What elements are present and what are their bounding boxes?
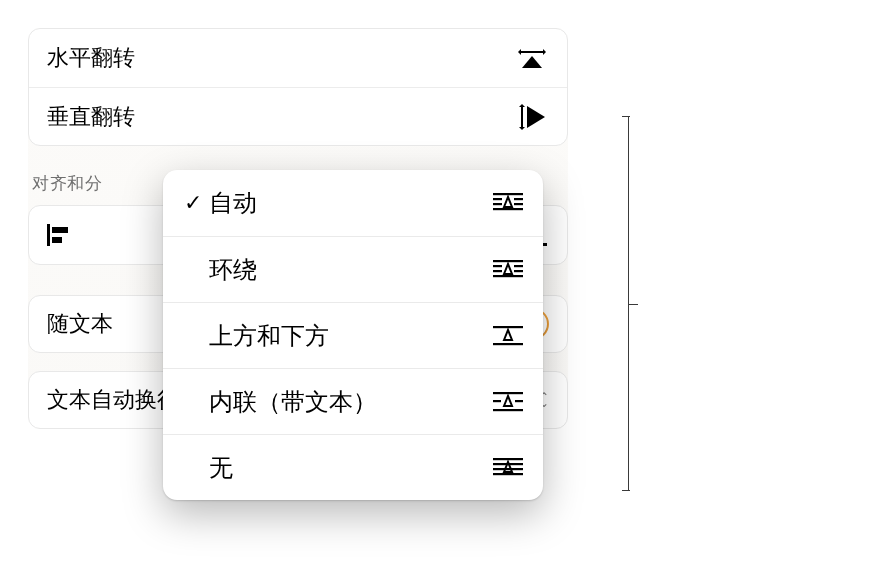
svg-rect-22 bbox=[514, 270, 523, 272]
wrap-option-inline[interactable]: 内联（带文本） bbox=[163, 368, 543, 434]
flip-vertical-label: 垂直翻转 bbox=[47, 102, 135, 132]
svg-rect-20 bbox=[514, 265, 523, 267]
svg-rect-32 bbox=[493, 468, 523, 470]
svg-rect-15 bbox=[493, 203, 502, 205]
svg-rect-28 bbox=[493, 400, 501, 402]
flip-horizontal-icon bbox=[515, 41, 549, 75]
move-with-text-label: 随文本 bbox=[47, 309, 113, 339]
svg-rect-33 bbox=[493, 473, 523, 475]
wrap-auto-icon bbox=[491, 189, 525, 217]
wrap-option-around[interactable]: 环绕 bbox=[163, 236, 543, 302]
svg-rect-25 bbox=[493, 343, 523, 345]
wrap-option-label: 自动 bbox=[209, 187, 491, 219]
wrap-inline-icon bbox=[491, 388, 525, 416]
format-panel: 水平翻转 垂直翻转 对齐和分 bbox=[28, 28, 568, 429]
wrap-above-below-icon bbox=[491, 322, 525, 350]
wrap-around-icon bbox=[491, 256, 525, 284]
svg-rect-17 bbox=[493, 208, 523, 210]
flip-horizontal-label: 水平翻转 bbox=[47, 43, 135, 73]
wrap-option-above-below[interactable]: 上方和下方 bbox=[163, 302, 543, 368]
wrap-none-icon bbox=[491, 454, 525, 482]
wrap-option-label: 环绕 bbox=[209, 254, 491, 286]
svg-rect-14 bbox=[514, 198, 523, 200]
wrap-option-label: 无 bbox=[209, 452, 491, 484]
svg-rect-16 bbox=[514, 203, 523, 205]
wrap-option-none[interactable]: 无 bbox=[163, 434, 543, 500]
svg-rect-21 bbox=[493, 270, 502, 272]
svg-rect-13 bbox=[493, 198, 502, 200]
flip-vertical-icon bbox=[515, 100, 549, 134]
wrap-option-auto[interactable]: ✓ 自动 bbox=[163, 170, 543, 236]
svg-rect-29 bbox=[515, 400, 523, 402]
checkmark-icon: ✓ bbox=[177, 190, 209, 216]
svg-rect-1 bbox=[52, 227, 68, 233]
wrap-option-label: 上方和下方 bbox=[209, 320, 491, 352]
annotation-bracket bbox=[610, 116, 636, 491]
svg-rect-27 bbox=[493, 409, 523, 411]
flip-horizontal-row[interactable]: 水平翻转 bbox=[29, 29, 567, 87]
wrap-option-label: 内联（带文本） bbox=[209, 386, 491, 418]
wrap-popup-menu: ✓ 自动 环绕 bbox=[163, 170, 543, 500]
svg-rect-19 bbox=[493, 265, 502, 267]
svg-rect-0 bbox=[47, 224, 50, 246]
flip-card: 水平翻转 垂直翻转 bbox=[28, 28, 568, 146]
text-wrap-label: 文本自动换行 bbox=[47, 385, 179, 415]
flip-vertical-row[interactable]: 垂直翻转 bbox=[29, 87, 567, 145]
align-left-button[interactable] bbox=[45, 220, 75, 250]
svg-rect-23 bbox=[493, 275, 523, 277]
svg-rect-2 bbox=[52, 237, 62, 243]
